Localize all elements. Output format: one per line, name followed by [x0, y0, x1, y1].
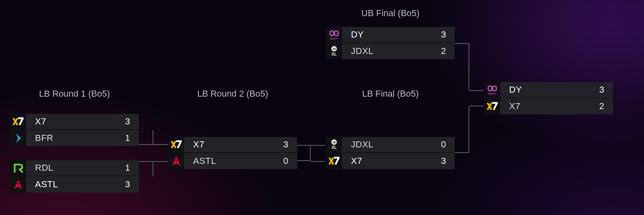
x7-icon: [10, 114, 26, 130]
round-title-lb-final: LB Final (Bo5): [326, 89, 455, 99]
team-name: RDL: [26, 163, 115, 173]
jdxl-icon: JDXL: [326, 136, 342, 153]
match-grand-final[interactable]: DUSTY DY 3 X7 2: [484, 82, 613, 114]
team-name: X7: [342, 156, 431, 166]
team-score: 3: [115, 179, 139, 190]
dusty-icon: DUSTY: [326, 27, 342, 43]
match-row[interactable]: X7 2: [484, 98, 613, 114]
bracket-connector: [455, 106, 469, 153]
team-name: X7: [184, 139, 273, 150]
bracket-connector: [469, 90, 484, 91]
team-score: 1: [115, 133, 139, 143]
svg-text:XL: XL: [331, 145, 336, 150]
match-lb-r1-a[interactable]: X7 3 BFR 1: [10, 114, 139, 146]
team-name: ASTL: [26, 179, 115, 190]
rdl-icon: [10, 160, 26, 176]
team-name: DY: [500, 85, 589, 95]
match-row[interactable]: DUSTY DY 3: [484, 82, 613, 98]
match-row[interactable]: ASTL 0: [168, 153, 297, 169]
match-row[interactable]: ASTL 3: [10, 176, 139, 192]
match-row[interactable]: X7 3: [168, 137, 297, 153]
match-lb-r2[interactable]: X7 3 ASTL 0: [168, 137, 297, 169]
svg-text:JD: JD: [332, 141, 336, 144]
bracket-connector: [297, 145, 311, 153]
bracket-connector: [139, 130, 153, 145]
x7-icon: [484, 98, 500, 114]
match-row[interactable]: JDXL JDXL 0: [326, 137, 455, 153]
team-score: 3: [431, 156, 455, 166]
svg-rect-12: [493, 86, 496, 91]
bracket-stage: UB Final (Bo5) DUSTY DY 3 JDXL JDXL 2 LB…: [0, 0, 644, 215]
team-score: 2: [589, 101, 613, 112]
svg-text:DUSTY: DUSTY: [330, 37, 338, 40]
team-name: X7: [26, 116, 115, 127]
round-title-lb-r1: LB Round 1 (Bo5): [10, 89, 139, 99]
team-name: X7: [500, 101, 589, 112]
svg-point-7: [175, 159, 177, 161]
team-name: JDXL: [342, 139, 431, 150]
bracket-connector: [455, 43, 469, 90]
x7-icon: [326, 153, 342, 169]
bracket-connector: [297, 153, 311, 161]
bracket-connector: [469, 105, 484, 106]
team-name: JDXL: [342, 46, 431, 56]
x7-icon: [168, 136, 184, 153]
astralis-icon: [168, 153, 184, 169]
match-lb-final[interactable]: JDXL JDXL 0 X7 3: [326, 137, 455, 169]
match-row[interactable]: X7 3: [10, 114, 139, 130]
svg-rect-0: [330, 31, 334, 36]
match-row[interactable]: RDL 1: [10, 160, 139, 176]
team-score: 0: [273, 156, 297, 166]
astralis-icon: [10, 176, 26, 192]
bracket-connector: [153, 161, 168, 162]
team-score: 2: [431, 46, 455, 56]
bracket-connector: [311, 161, 325, 162]
team-score: 3: [273, 139, 297, 150]
svg-text:XL: XL: [331, 52, 336, 56]
match-ub-final[interactable]: DUSTY DY 3 JDXL JDXL 2: [326, 27, 455, 59]
svg-text:JD: JD: [332, 48, 336, 50]
round-title-ub-final: UB Final (Bo5): [326, 8, 455, 19]
team-name: BFR: [26, 133, 115, 143]
svg-text:DUSTY: DUSTY: [488, 93, 496, 95]
match-row[interactable]: DUSTY DY 3: [326, 27, 455, 43]
team-name: ASTL: [184, 156, 273, 166]
team-score: 1: [115, 163, 139, 173]
team-score: 0: [431, 139, 455, 150]
svg-rect-11: [488, 86, 492, 91]
team-score: 3: [431, 29, 455, 40]
dusty-icon: DUSTY: [484, 82, 500, 98]
match-row[interactable]: X7 3: [326, 153, 455, 169]
match-row[interactable]: JDXL JDXL 2: [326, 43, 455, 59]
team-score: 3: [589, 85, 613, 95]
svg-rect-1: [334, 31, 338, 36]
round-title-lb-r2: LB Round 2 (Bo5): [168, 89, 297, 99]
bracket-connector: [153, 144, 168, 145]
team-name: DY: [342, 29, 431, 40]
bracket-connector: [139, 161, 153, 176]
match-lb-r1-b[interactable]: RDL 1 ASTL 3: [10, 160, 139, 192]
match-row[interactable]: BFR 1: [10, 130, 139, 146]
jdxl-icon: JDXL: [326, 43, 342, 59]
bfr-icon: [10, 130, 26, 146]
svg-point-6: [17, 183, 19, 184]
team-score: 3: [115, 116, 139, 127]
bracket-connector: [311, 145, 325, 146]
